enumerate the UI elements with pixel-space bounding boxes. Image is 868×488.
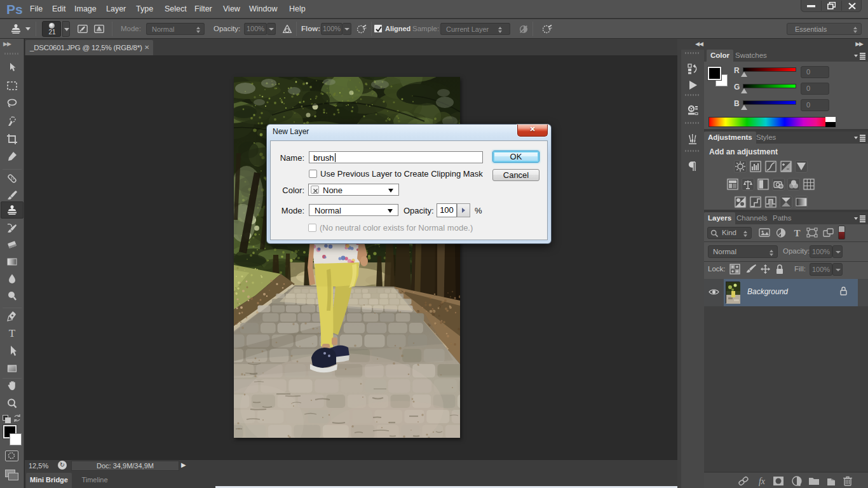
svg-text:T: T [794, 228, 800, 238]
svg-text:fx: fx [759, 477, 766, 486]
svg-text:T: T [9, 327, 16, 339]
